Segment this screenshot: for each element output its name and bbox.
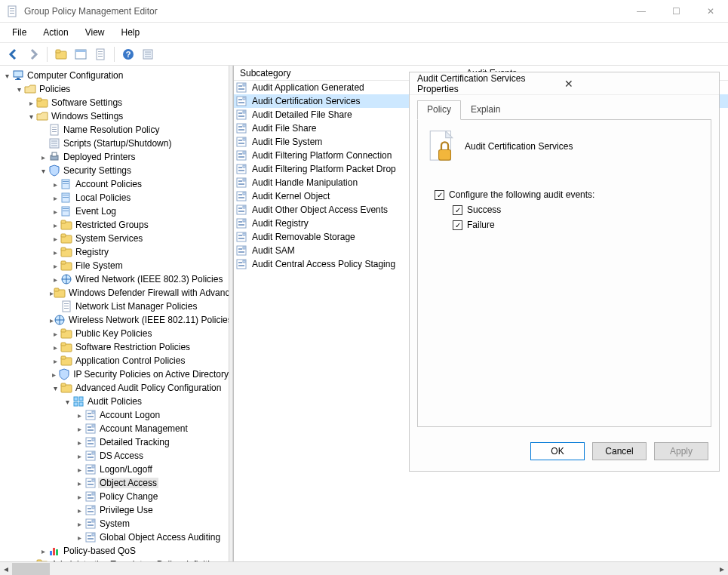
maximize-button[interactable]: ☐	[659, 0, 693, 23]
caret-icon[interactable]	[50, 262, 60, 270]
tree-item[interactable]: Windows Defender Firewall with Advanced …	[67, 288, 234, 298]
apply-button[interactable]: Apply	[654, 442, 708, 460]
tree-audit-item[interactable]: Account Management	[98, 423, 189, 434]
minimize-button[interactable]: —	[624, 0, 659, 23]
caret-icon[interactable]	[74, 533, 84, 542]
show-hide-tree-button[interactable]	[72, 45, 90, 63]
tree-audit-item[interactable]: Global Object Access Auditing	[98, 532, 222, 543]
tree-audit-item[interactable]: Logon/Logoff	[98, 464, 154, 475]
cancel-button[interactable]: Cancel	[592, 442, 647, 460]
tree-audit-item[interactable]: Detailed Tracking	[98, 437, 171, 447]
tree-adm-tmpl[interactable]: Administrative Templates: Policy definit…	[50, 559, 226, 561]
failure-checkbox[interactable]	[453, 220, 462, 230]
tree-item[interactable]: System Services	[74, 233, 144, 244]
tree-item[interactable]: Network List Manager Policies	[74, 301, 198, 312]
tree-item[interactable]: Application Control Policies	[74, 355, 186, 366]
tree-item[interactable]: Restricted Groups	[74, 220, 150, 230]
tree-item[interactable]: Wired Network (IEEE 802.3) Policies	[74, 274, 224, 284]
tree-audit-item[interactable]: Account Logon	[98, 410, 161, 420]
tree-printers[interactable]: Deployed Printers	[62, 152, 137, 162]
horizontal-scrollbar[interactable]: ◂ ▸	[0, 561, 728, 575]
caret-icon[interactable]	[74, 506, 84, 515]
caret-icon[interactable]	[38, 153, 48, 161]
tree-item[interactable]: Public Key Policies	[74, 328, 153, 339]
caret-icon[interactable]	[50, 384, 60, 392]
caret-icon[interactable]	[50, 343, 60, 352]
caret-icon[interactable]	[38, 167, 48, 175]
caret-icon[interactable]	[74, 520, 84, 528]
success-checkbox[interactable]	[453, 205, 462, 215]
caret-icon[interactable]	[74, 425, 84, 433]
caret-icon[interactable]	[50, 275, 60, 284]
caret-icon[interactable]	[74, 493, 84, 501]
dialog-close-button[interactable]: ✕	[564, 78, 711, 90]
splitter[interactable]	[229, 66, 233, 561]
tree-item[interactable]: Account Policies	[74, 179, 143, 189]
tree-item[interactable]: Wireless Network (IEEE 802.11) Policies	[67, 315, 234, 325]
export-button[interactable]	[91, 45, 109, 63]
caret-icon[interactable]	[74, 438, 84, 447]
menu-view[interactable]: View	[78, 26, 112, 39]
tree-item[interactable]: Advanced Audit Policy Configuration	[74, 383, 223, 393]
dialog-titlebar[interactable]: Audit Certification Services Properties …	[410, 72, 719, 95]
scroll-left-icon[interactable]: ◂	[0, 564, 12, 574]
nav-tree[interactable]: Computer Configuration Policies Software…	[0, 66, 234, 561]
tree-audit-item[interactable]: Object Access	[98, 478, 158, 488]
caret-icon[interactable]	[50, 248, 60, 257]
tree-item[interactable]: Event Log	[74, 206, 118, 217]
ok-button[interactable]: OK	[530, 442, 585, 460]
tree-audit-policies[interactable]: Audit Policies	[86, 396, 143, 407]
tree-audit-item[interactable]: Privilege Use	[98, 505, 155, 515]
tab-policy[interactable]: Policy	[417, 100, 461, 120]
tree-pbqos[interactable]: Policy-based QoS	[62, 546, 137, 556]
caret-icon[interactable]	[38, 547, 48, 555]
forward-button[interactable]	[24, 45, 42, 63]
tree-audit-item[interactable]: System	[98, 518, 131, 529]
tree-windows[interactable]: Windows Settings	[50, 111, 124, 121]
caret-icon[interactable]	[50, 194, 60, 202]
caret-icon[interactable]	[2, 72, 12, 80]
tree-item[interactable]: Registry	[74, 247, 110, 257]
caret-icon[interactable]	[26, 561, 36, 562]
tree-audit-item[interactable]: Policy Change	[98, 491, 159, 502]
menu-action[interactable]: Action	[35, 26, 75, 39]
caret-icon[interactable]	[50, 357, 60, 365]
caret-icon[interactable]	[26, 99, 36, 107]
caret-icon[interactable]	[74, 452, 84, 460]
tree-software[interactable]: Software Settings	[50, 97, 124, 108]
caret-icon[interactable]	[50, 371, 58, 379]
tree-root[interactable]: Computer Configuration	[26, 70, 124, 81]
tree-security[interactable]: Security Settings	[62, 165, 133, 176]
caret-icon[interactable]	[50, 180, 60, 189]
caret-icon[interactable]	[74, 411, 84, 420]
tree-audit-item[interactable]: DS Access	[98, 450, 145, 461]
scroll-track[interactable]	[12, 563, 716, 575]
scroll-right-icon[interactable]: ▸	[716, 564, 728, 574]
menu-file[interactable]: File	[5, 26, 34, 39]
caret-icon[interactable]	[74, 466, 84, 474]
tree-policies[interactable]: Policies	[38, 84, 72, 94]
back-button[interactable]	[5, 45, 23, 63]
caret-icon[interactable]	[74, 479, 84, 487]
tree-item[interactable]: File System	[74, 260, 124, 271]
tree-nrp[interactable]: Name Resolution Policy	[62, 125, 161, 135]
caret-icon[interactable]	[62, 398, 72, 406]
tree-item[interactable]: IP Security Policies on Active Directory	[72, 369, 230, 380]
configure-checkbox[interactable]	[435, 190, 444, 200]
caret-icon[interactable]	[14, 85, 24, 94]
tree-item[interactable]: Local Policies	[74, 192, 132, 203]
up-button[interactable]	[52, 45, 70, 63]
caret-icon[interactable]	[50, 330, 60, 338]
caret-icon[interactable]	[50, 221, 60, 229]
caret-icon[interactable]	[50, 235, 60, 243]
close-button[interactable]: ✕	[693, 0, 728, 23]
caret-icon[interactable]	[26, 112, 36, 121]
filter-button[interactable]	[139, 45, 157, 63]
menu-help[interactable]: Help	[114, 26, 148, 39]
tab-explain[interactable]: Explain	[461, 100, 510, 120]
help-button[interactable]	[119, 45, 137, 63]
folder-icon	[24, 83, 36, 95]
tree-scripts[interactable]: Scripts (Startup/Shutdown)	[62, 138, 173, 149]
tree-item[interactable]: Software Restriction Policies	[74, 342, 192, 352]
caret-icon[interactable]	[50, 208, 60, 216]
